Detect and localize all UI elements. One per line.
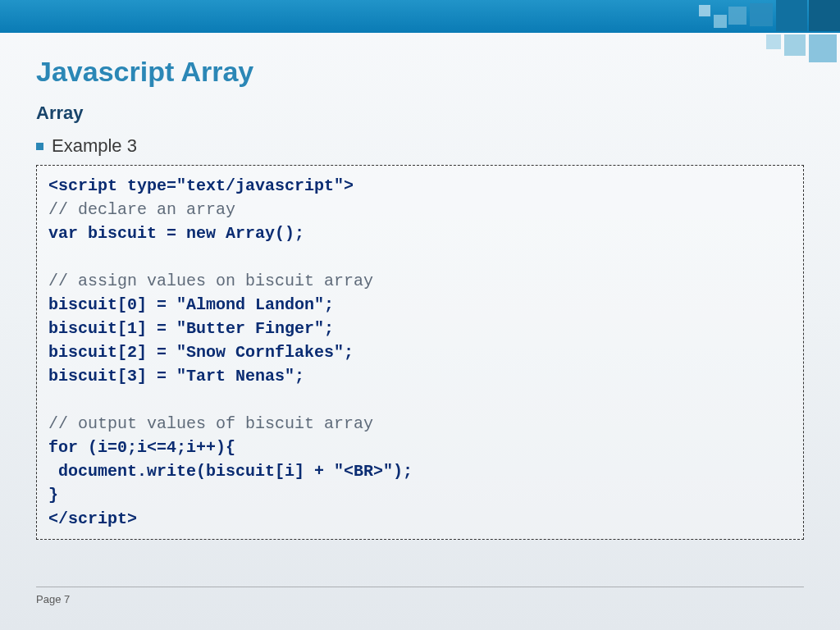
bullet-square-icon (36, 143, 43, 150)
code-line: document.write(biscuit[i] + "<BR>"); (48, 462, 413, 481)
code-example-box: <script type="text/javascript"> // decla… (36, 165, 804, 540)
bullet-text: Example 3 (52, 135, 137, 157)
code-line: biscuit[1] = "Butter Finger"; (48, 319, 334, 338)
footer-divider (36, 587, 804, 587)
code-line: for (i=0;i<=4;i++){ (48, 438, 235, 457)
page-number: Page 7 (36, 593, 70, 605)
slide-title: Javascript Array (36, 56, 804, 88)
header-bar (0, 0, 840, 33)
code-line: // assign values on biscuit array (48, 272, 373, 290)
code-line: var biscuit = new Array(); (48, 224, 304, 243)
bullet-row: Example 3 (36, 135, 804, 157)
code-line: </script> (48, 509, 137, 528)
header-decor-squares (660, 0, 840, 57)
code-line: biscuit[2] = "Snow Cornflakes"; (48, 343, 354, 362)
code-line: biscuit[0] = "Almond Landon"; (48, 295, 334, 314)
code-line: biscuit[3] = "Tart Nenas"; (48, 367, 304, 386)
slide-content: Javascript Array Array Example 3 <script… (0, 33, 840, 540)
code-line: <script type="text/javascript"> (48, 176, 354, 195)
code-line: // output values of biscuit array (48, 414, 373, 433)
slide-subtitle: Array (36, 103, 804, 124)
code-line: } (48, 486, 58, 504)
code-line: // declare an array (48, 200, 235, 219)
